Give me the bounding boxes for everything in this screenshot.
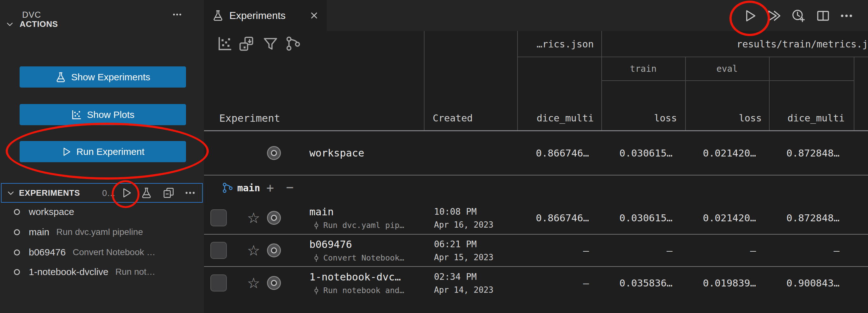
metric-value: 0.872848… (786, 212, 840, 224)
metric-value: – (666, 244, 673, 257)
column-header-loss-train[interactable]: loss (654, 111, 677, 125)
dvc-vscode-screen: DVC ACTIONS Show Experiments Show Plots … (0, 0, 868, 313)
experiment-desc: Run dvc.yaml pip… (323, 221, 404, 230)
created-date: Apr 14, 2023 (434, 285, 493, 295)
experiment-name: workspace (309, 147, 364, 159)
experiment-name: 1-notebook-dvc… (309, 271, 401, 283)
play-icon (61, 147, 71, 157)
sidebar-item-desc: Run dvc.yaml pipeline (56, 227, 143, 237)
sidebar-item-label: workspace (29, 207, 74, 217)
row-checkbox[interactable] (210, 209, 227, 226)
created-time: 06:21 PM (434, 239, 477, 250)
star-icon[interactable]: ☆ (247, 275, 260, 291)
column-group-train-metrics[interactable]: results/train/metrics.j (737, 37, 868, 51)
sidebar-item-workspace[interactable]: workspace (0, 202, 204, 222)
bullseye-icon[interactable] (267, 146, 281, 160)
subgroup-train[interactable]: train (601, 62, 685, 76)
commit-icon (313, 251, 320, 264)
experiment-desc: Convert Notebook… (323, 253, 404, 263)
metric-value: 0.019839… (703, 277, 756, 289)
row-divider (204, 175, 868, 176)
copy-icon[interactable] (163, 187, 174, 198)
header-divider (601, 80, 854, 81)
beaker-icon (212, 10, 224, 21)
branches-icon[interactable] (285, 35, 301, 52)
column-divider (854, 57, 855, 130)
column-header-dice-multi[interactable]: dice_multi (536, 111, 594, 125)
reorder-columns-icon[interactable] (239, 35, 254, 52)
subgroup-eval[interactable]: eval (685, 62, 769, 76)
run-all-icon[interactable] (767, 9, 781, 23)
created-time: 10:08 PM (434, 206, 477, 218)
branch-name: main (237, 183, 260, 193)
remove-branch-button[interactable]: − (286, 180, 293, 194)
chevron-down-icon (7, 189, 15, 197)
plots-icon[interactable] (217, 35, 233, 52)
git-branch-icon (222, 182, 233, 193)
star-icon[interactable]: ☆ (247, 210, 260, 226)
tab-experiments[interactable]: Experiments (204, 0, 327, 31)
metric-value: 0.866746… (536, 147, 589, 159)
metric-value: 0.872848… (786, 147, 840, 159)
scatter-plot-icon (71, 109, 82, 120)
header-bottom-border (204, 130, 868, 131)
actions-section-label: ACTIONS (20, 19, 58, 29)
sidebar-item-label: b069476 (29, 247, 66, 258)
metric-value: 0.900843… (786, 277, 840, 289)
actions-section-header[interactable]: ACTIONS (0, 18, 204, 30)
row-divider (204, 234, 868, 234)
column-divider (769, 57, 770, 130)
column-group-summary-json[interactable]: …rics.json (536, 37, 594, 51)
metric-value: 0.030615… (619, 212, 673, 224)
row-divider (204, 266, 868, 267)
show-experiments-button[interactable]: Show Experiments (20, 66, 186, 88)
add-branch-button[interactable]: + (266, 181, 274, 195)
run-experiment-button[interactable]: Run Experiment (20, 141, 186, 162)
bullseye-icon[interactable] (267, 211, 281, 225)
experiment-name: b069476 (309, 238, 352, 251)
sidebar-item-main[interactable]: main Run dvc.yaml pipeline (0, 222, 204, 242)
show-plots-label: Show Plots (87, 109, 134, 120)
column-header-loss-eval[interactable]: loss (739, 111, 762, 125)
show-plots-button[interactable]: Show Plots (20, 104, 186, 125)
show-history-icon[interactable] (792, 9, 805, 23)
run-experiment-icon[interactable] (121, 187, 132, 198)
metric-value: – (583, 277, 589, 289)
bullseye-icon[interactable] (267, 244, 281, 257)
more-actions-icon[interactable] (184, 187, 196, 198)
column-header-created[interactable]: Created (433, 111, 473, 125)
created-time: 02:34 PM (434, 271, 477, 283)
sidebar-item-b069476[interactable]: b069476 Convert Notebook … (0, 242, 204, 262)
run-experiment-label: Run Experiment (76, 146, 144, 157)
sidebar-item-1-notebook-dvclive[interactable]: 1-notebook-dvclive Run not… (0, 262, 204, 282)
created-date: Apr 15, 2023 (434, 252, 493, 263)
column-header-experiment[interactable]: Experiment (219, 111, 280, 125)
metric-value: – (750, 244, 756, 257)
circle-bullet-icon (14, 269, 20, 275)
sidebar-item-desc: Run not… (116, 267, 155, 277)
show-experiments-table-icon[interactable] (141, 187, 152, 198)
metric-value: – (583, 244, 589, 257)
more-actions-icon[interactable] (840, 9, 854, 23)
star-icon[interactable]: ☆ (247, 243, 260, 258)
commit-icon (313, 284, 320, 297)
sidebar-item-label: main (29, 227, 49, 238)
metric-value: – (834, 244, 840, 257)
metric-value: 0.035836… (619, 277, 673, 289)
experiments-section-label: EXPERIMENTS (19, 188, 80, 198)
filter-icon[interactable] (262, 35, 278, 52)
show-experiments-label: Show Experiments (71, 72, 150, 83)
chevron-down-icon (6, 20, 14, 28)
row-checkbox[interactable] (210, 275, 227, 291)
header-divider (517, 57, 868, 57)
experiment-desc: Run notebook and… (323, 286, 404, 295)
metric-value: 0.866746… (536, 212, 589, 224)
experiment-name: main (309, 206, 334, 218)
column-header-dice-multi-eval[interactable]: dice_multi (787, 111, 845, 125)
bullseye-icon[interactable] (267, 276, 281, 290)
close-icon[interactable] (309, 10, 319, 21)
row-checkbox[interactable] (210, 242, 227, 259)
split-editor-icon[interactable] (816, 9, 830, 23)
experiments-section-header[interactable]: EXPERIMENTS 0… (1, 183, 203, 203)
run-experiment-icon[interactable] (743, 9, 757, 23)
